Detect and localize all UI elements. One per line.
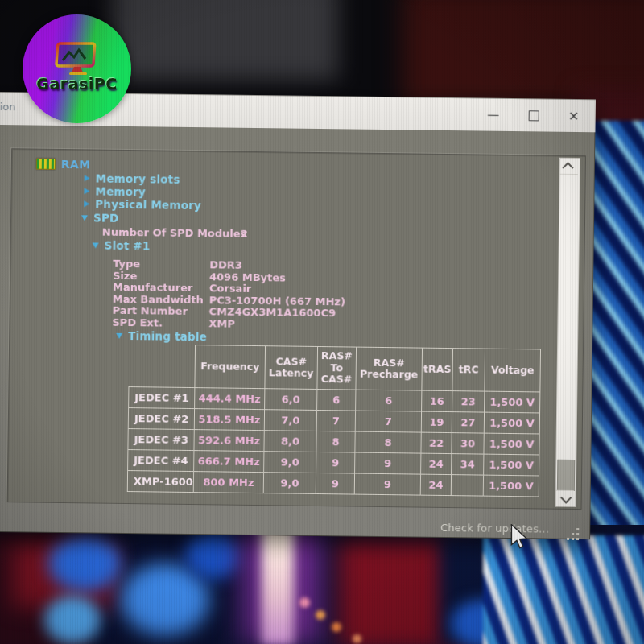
- tree-item-memory[interactable]: Memory: [84, 184, 146, 198]
- bg-blur-shape: [338, 538, 475, 644]
- cell: 6: [317, 389, 356, 411]
- tree-root-ram[interactable]: RAM: [36, 158, 91, 171]
- col-header: Voltage: [485, 349, 541, 392]
- cell: 9,0: [263, 473, 316, 494]
- tree-item-label: Physical Memory: [95, 197, 201, 212]
- cell: 19: [421, 411, 452, 432]
- cell: 9: [316, 452, 355, 473]
- row-label: XMP-1600: [127, 471, 193, 493]
- cell: 518.5 MHz: [194, 409, 264, 431]
- expanded-arrow-icon[interactable]: [81, 215, 88, 221]
- bg-heatsink-stripes: [483, 535, 644, 644]
- cell: 9: [316, 473, 354, 494]
- vertical-scrollbar[interactable]: [555, 158, 580, 507]
- property-value: XMP: [208, 317, 235, 329]
- cell: 8: [316, 431, 355, 452]
- cell: 9,0: [264, 452, 316, 473]
- check-for-updates-link[interactable]: Check for updates...: [440, 522, 549, 535]
- cell: 16: [422, 390, 452, 411]
- bg-blur-shape: [113, 0, 338, 80]
- timing-table: Frequency CAS# Latency RAS# To CAS# RAS#…: [127, 344, 541, 497]
- cell: [451, 475, 483, 497]
- property-value: DDR3: [209, 258, 242, 271]
- bg-blur-shape: [0, 525, 644, 644]
- cell: 444.4 MHz: [195, 388, 265, 410]
- scroll-down-button[interactable]: [556, 490, 574, 506]
- minimize-button[interactable]: —: [481, 104, 506, 126]
- tree-item-slot1[interactable]: Slot #1: [93, 238, 151, 252]
- property-value: Corsair: [209, 282, 251, 295]
- cell: 7,0: [264, 410, 316, 431]
- property-name: Manufacturer: [113, 281, 204, 294]
- tree-item-label: Slot #1: [105, 239, 151, 253]
- mouse-cursor-icon: [510, 524, 529, 550]
- chevron-up-icon: [562, 162, 573, 173]
- cell: 27: [452, 412, 484, 434]
- cell: 8,0: [264, 431, 316, 452]
- expanded-arrow-icon[interactable]: [116, 332, 122, 338]
- table-header-row: Frequency CAS# Latency RAS# To CAS# RAS#…: [129, 345, 541, 392]
- system-info-window: ion — ✕ RAM Memory slots Memory: [0, 91, 596, 538]
- scrollbar-thumb[interactable]: [557, 460, 575, 491]
- cell: 30: [452, 433, 484, 455]
- window-title: ion: [0, 101, 16, 113]
- bg-light-streak: [262, 525, 294, 644]
- garasipc-logo: GarasiPC: [23, 14, 131, 123]
- col-header: RAS# To CAS#: [317, 346, 357, 390]
- row-label: JEDEC #1: [129, 387, 195, 409]
- spd-modules-row: Number Of SPD Modules 2: [102, 226, 248, 240]
- cell: 7: [316, 410, 355, 431]
- row-label: JEDEC #3: [128, 429, 194, 451]
- logo-text: GarasiPC: [36, 75, 117, 93]
- cell: 9: [354, 473, 420, 495]
- tree-item-label: Memory slots: [96, 172, 180, 186]
- cell: 592.6 MHz: [194, 430, 264, 452]
- col-header: RAS# Precharge: [356, 347, 423, 390]
- close-button[interactable]: ✕: [562, 105, 586, 127]
- cell: 34: [452, 454, 484, 476]
- property-name: SPD Ext.: [112, 316, 203, 329]
- cell: 6: [356, 390, 422, 411]
- bg-blur-shape: [402, 0, 644, 113]
- cell: 666.7 MHz: [194, 451, 264, 473]
- info-panel: RAM Memory slots Memory Physical Memory …: [7, 148, 586, 510]
- tree-item-spd[interactable]: SPD: [81, 211, 119, 225]
- bg-blur-shape: [0, 527, 89, 644]
- cell: 1,500 V: [483, 475, 539, 497]
- monitor-with-picture-icon: [52, 41, 103, 76]
- maximize-button[interactable]: [522, 104, 546, 126]
- cell: 9: [355, 452, 421, 474]
- collapsed-arrow-icon[interactable]: [84, 188, 89, 194]
- bg-bokeh-light: [48, 535, 121, 592]
- expanded-arrow-icon[interactable]: [93, 242, 99, 248]
- property-value: 2: [241, 228, 248, 240]
- col-header: Frequency: [195, 345, 266, 389]
- chevron-down-icon: [560, 492, 572, 503]
- window-body: RAM Memory slots Memory Physical Memory …: [0, 124, 595, 539]
- photo-of-monitor: GarasiPC ion — ✕ RAM Memory slots: [0, 0, 644, 644]
- tree-item-memory-slots[interactable]: Memory slots: [85, 171, 180, 185]
- col-header: tRC: [452, 349, 485, 391]
- cell: 6,0: [265, 389, 317, 411]
- tree-item-label: Memory: [95, 184, 146, 198]
- resize-grip[interactable]: [567, 528, 580, 541]
- table-row: XMP-1600 800 MHz 9,0 9 9 24 1,500 V: [127, 471, 539, 497]
- col-header: tRAS: [422, 348, 453, 390]
- cell: 22: [421, 432, 452, 453]
- scroll-up-button[interactable]: [560, 159, 578, 175]
- maximize-icon: [528, 110, 539, 121]
- cell: 800 MHz: [193, 472, 263, 493]
- tree-item-label: Timing table: [128, 329, 207, 343]
- tree-item-timing-table[interactable]: Timing table: [116, 329, 207, 343]
- cell: 24: [420, 474, 451, 495]
- collapsed-arrow-icon[interactable]: [84, 200, 89, 207]
- table-corner-cell: [129, 345, 196, 388]
- collapsed-arrow-icon[interactable]: [85, 175, 90, 181]
- bg-bokeh-light: [121, 564, 209, 636]
- row-label: JEDEC #2: [128, 408, 194, 430]
- ram-icon: [36, 159, 56, 170]
- cell: 1,500 V: [484, 454, 539, 476]
- bg-bokeh-light: [44, 596, 101, 644]
- bg-bokeh-light: [299, 597, 310, 608]
- tree-item-physical-memory[interactable]: Physical Memory: [84, 197, 201, 212]
